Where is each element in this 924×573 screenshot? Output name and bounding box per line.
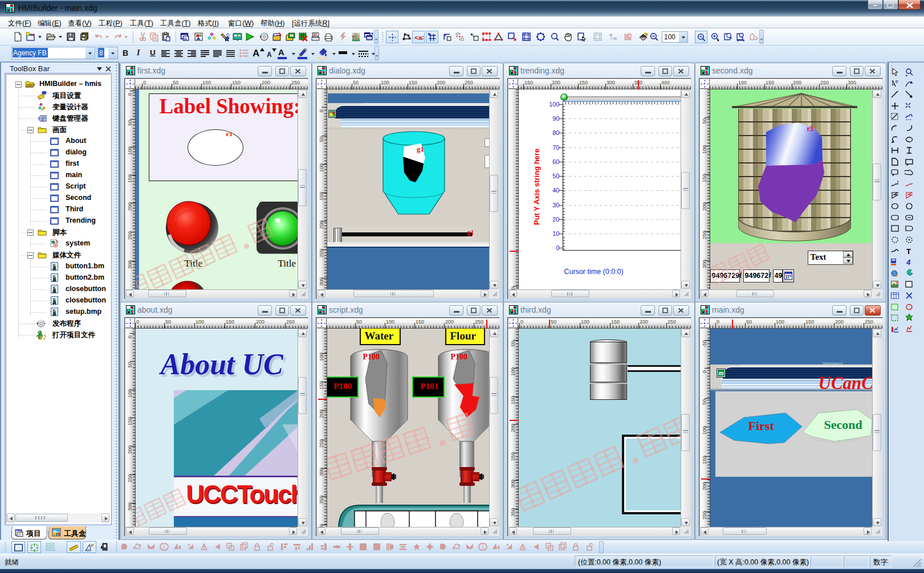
svg-text:4: 4: [906, 258, 911, 267]
svg-text:T: T: [906, 247, 911, 256]
svg-text:m: m: [718, 370, 723, 376]
svg-text:01: 01: [19, 530, 22, 533]
svg-text:g1: g1: [417, 145, 424, 153]
svg-text:ba: ba: [54, 530, 57, 533]
svg-text:<a>: <a>: [414, 34, 424, 41]
svg-text:%: %: [699, 35, 702, 39]
svg-text:01: 01: [184, 37, 187, 40]
